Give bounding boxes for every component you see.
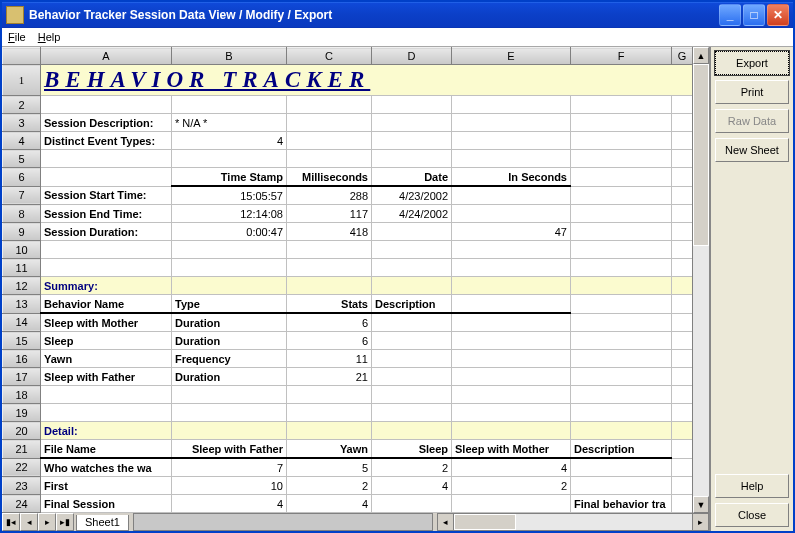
row-header[interactable]: 8 <box>3 205 41 223</box>
header-time-stamp[interactable]: Time Stamp <box>172 168 287 187</box>
detail-col-desc[interactable]: Description <box>571 440 672 459</box>
session-duration-label[interactable]: Session Duration: <box>41 223 172 241</box>
scroll-up-icon[interactable]: ▲ <box>693 47 709 64</box>
row-header[interactable]: 2 <box>3 96 41 114</box>
session-description-label[interactable]: Session Description: <box>41 114 172 132</box>
menu-file[interactable]: File <box>2 30 32 44</box>
scroll-track[interactable] <box>693 246 709 496</box>
grid[interactable]: A B C D E F G 1 BEHAVIOR TRACKER <box>2 47 692 513</box>
row-header[interactable]: 25 <box>3 513 41 514</box>
detail-val[interactable]: 4 <box>452 458 571 477</box>
detail-val[interactable]: 10 <box>172 477 287 495</box>
row-header[interactable]: 9 <box>3 223 41 241</box>
summary-row-type[interactable]: Frequency <box>172 350 287 368</box>
header-milliseconds[interactable]: Milliseconds <box>287 168 372 187</box>
session-duration-time[interactable]: 0:00:47 <box>172 223 287 241</box>
row-header[interactable]: 12 <box>3 277 41 295</box>
session-duration-seconds[interactable]: 47 <box>452 223 571 241</box>
new-sheet-button[interactable]: New Sheet <box>715 138 789 162</box>
row-header[interactable]: 21 <box>3 440 41 459</box>
row-header[interactable]: 15 <box>3 332 41 350</box>
session-end-ms[interactable]: 117 <box>287 205 372 223</box>
detail-col-sleep[interactable]: Sleep <box>372 440 452 459</box>
scroll-thumb[interactable] <box>693 64 709 246</box>
print-button[interactable]: Print <box>715 80 789 104</box>
detail-val[interactable]: 7 <box>172 458 287 477</box>
row-header[interactable]: 3 <box>3 114 41 132</box>
summary-row-stats[interactable]: 21 <box>287 368 372 386</box>
detail-val[interactable]: 4 <box>287 495 372 513</box>
header-in-seconds[interactable]: In Seconds <box>452 168 571 187</box>
row-header[interactable]: 10 <box>3 241 41 259</box>
detail-val[interactable]: 2 <box>372 458 452 477</box>
scroll-thumb[interactable] <box>454 514 516 530</box>
summary-row-type[interactable]: Duration <box>172 368 287 386</box>
summary-heading[interactable]: Summary: <box>41 277 172 295</box>
row-header[interactable]: 18 <box>3 386 41 404</box>
session-description-value[interactable]: * N/A * <box>172 114 287 132</box>
detail-file[interactable]: Who watches the wa <box>41 458 172 477</box>
session-start-time[interactable]: 15:05:57 <box>172 186 287 205</box>
header-date[interactable]: Date <box>372 168 452 187</box>
detail-val[interactable]: 4 <box>372 477 452 495</box>
summary-row-stats[interactable]: 6 <box>287 332 372 350</box>
detail-col-swm[interactable]: Sleep with Mother <box>452 440 571 459</box>
row-header[interactable]: 11 <box>3 259 41 277</box>
session-start-label[interactable]: Session Start Time: <box>41 186 172 205</box>
row-header[interactable]: 20 <box>3 422 41 440</box>
summary-row-name[interactable]: Yawn <box>41 350 172 368</box>
detail-val[interactable]: 4 <box>172 495 287 513</box>
row-header[interactable]: 1 <box>3 65 41 96</box>
export-button[interactable]: Export <box>715 51 789 75</box>
detail-val[interactable]: 2 <box>452 477 571 495</box>
col-header-G[interactable]: G <box>672 48 693 65</box>
detail-file[interactable]: First <box>41 477 172 495</box>
session-duration-ms[interactable]: 418 <box>287 223 372 241</box>
title-cell[interactable]: BEHAVIOR TRACKER <box>41 65 693 96</box>
col-header-D[interactable]: D <box>372 48 452 65</box>
scroll-left-icon[interactable]: ◂ <box>438 514 454 530</box>
scroll-down-icon[interactable]: ▼ <box>693 496 709 513</box>
row-header[interactable]: 5 <box>3 150 41 168</box>
close-panel-button[interactable]: Close <box>715 503 789 527</box>
detail-val[interactable]: 5 <box>287 458 372 477</box>
tab-nav-first-icon[interactable]: ▮◂ <box>2 513 20 531</box>
help-button[interactable]: Help <box>715 474 789 498</box>
detail-heading[interactable]: Detail: <box>41 422 172 440</box>
summary-row-stats[interactable]: 6 <box>287 313 372 332</box>
session-start-date[interactable]: 4/23/2002 <box>372 186 452 205</box>
row-header[interactable]: 24 <box>3 495 41 513</box>
row-header[interactable]: 14 <box>3 313 41 332</box>
col-header-C[interactable]: C <box>287 48 372 65</box>
session-end-time[interactable]: 12:14:08 <box>172 205 287 223</box>
minimize-button[interactable]: _ <box>719 4 741 26</box>
summary-col-type[interactable]: Type <box>172 295 287 314</box>
horizontal-scrollbar[interactable]: ◂ ▸ <box>437 513 709 531</box>
row-header[interactable]: 23 <box>3 477 41 495</box>
row-header[interactable]: 13 <box>3 295 41 314</box>
tab-nav-prev-icon[interactable]: ◂ <box>20 513 38 531</box>
col-header-E[interactable]: E <box>452 48 571 65</box>
session-end-date[interactable]: 4/24/2002 <box>372 205 452 223</box>
summary-col-stats[interactable]: Stats <box>287 295 372 314</box>
summary-col-description[interactable]: Description <box>372 295 452 314</box>
detail-file[interactable]: Final Session <box>41 495 172 513</box>
col-header-A[interactable]: A <box>41 48 172 65</box>
close-button[interactable]: ✕ <box>767 4 789 26</box>
distinct-event-types-label[interactable]: Distinct Event Types: <box>41 132 172 150</box>
scroll-right-icon[interactable]: ▸ <box>692 514 708 530</box>
summary-row-stats[interactable]: 11 <box>287 350 372 368</box>
summary-row-name[interactable]: Sleep with Father <box>41 368 172 386</box>
maximize-button[interactable]: □ <box>743 4 765 26</box>
tab-nav-next-icon[interactable]: ▸ <box>38 513 56 531</box>
row-header[interactable]: 19 <box>3 404 41 422</box>
sheet-tab-sheet1[interactable]: Sheet1 <box>76 515 129 531</box>
detail-col-yawn[interactable]: Yawn <box>287 440 372 459</box>
summary-row-name[interactable]: Sleep <box>41 332 172 350</box>
row-header[interactable]: 4 <box>3 132 41 150</box>
detail-col-swf[interactable]: Sleep with Father <box>172 440 287 459</box>
row-header[interactable]: 16 <box>3 350 41 368</box>
row-header[interactable]: 17 <box>3 368 41 386</box>
row-header[interactable]: 7 <box>3 186 41 205</box>
summary-row-type[interactable]: Duration <box>172 313 287 332</box>
